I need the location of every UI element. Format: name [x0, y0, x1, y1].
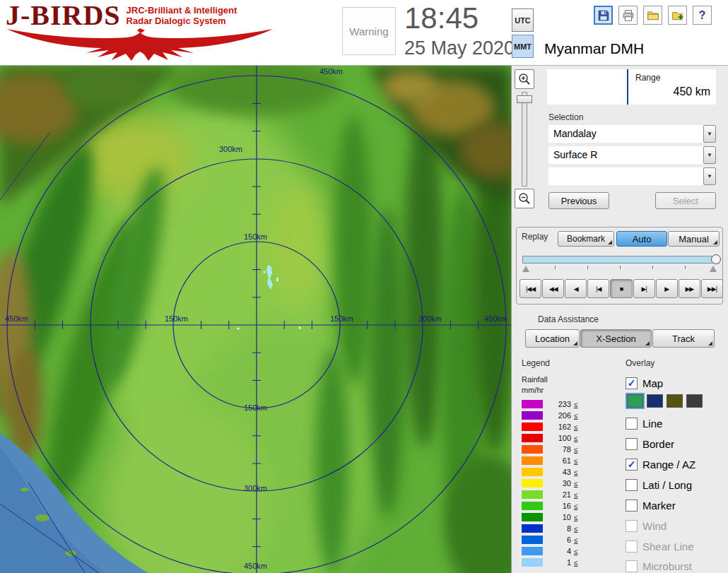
product-dropdown-value: Surface R: [548, 146, 703, 164]
legend-row: 78≤: [522, 444, 578, 455]
border-checkbox[interactable]: [626, 438, 638, 450]
range-label: 150km: [244, 403, 267, 412]
mmt-button[interactable]: MMT: [512, 35, 534, 58]
legend-row: 10≤: [522, 512, 578, 523]
track-button[interactable]: Track: [652, 329, 715, 348]
overlay-title: Overlay: [626, 358, 654, 368]
radar-map-canvas[interactable]: 450km 300km 150km 450km 150km 150km 300k…: [0, 66, 511, 573]
auto-button[interactable]: Auto: [616, 231, 667, 247]
step-back-button[interactable]: |◀: [587, 279, 609, 298]
overlay-item-marker[interactable]: Marker: [626, 498, 676, 512]
timezone-toggle: UTC MMT: [512, 8, 534, 61]
fast-rewind-button[interactable]: ◀◀: [542, 279, 564, 298]
legend-color-swatch: [522, 558, 543, 567]
line-checkbox[interactable]: [626, 418, 638, 430]
radar-map[interactable]: 450km 300km 150km 450km 150km 150km 300k…: [0, 66, 511, 573]
range-label: 450km: [5, 314, 28, 323]
clock-time: 18:45: [404, 1, 479, 35]
resize-corner-icon: [713, 240, 717, 244]
location-button[interactable]: Location: [525, 329, 580, 348]
export-button[interactable]: [668, 6, 687, 25]
folder-plus-icon: [671, 9, 684, 22]
site-dropdown[interactable]: Mandalay ▼: [548, 125, 716, 143]
timeline-tick: [620, 266, 621, 269]
overlay-item-range-az[interactable]: ✓ Range / AZ: [626, 457, 695, 471]
legend-row: 206≤: [522, 410, 578, 421]
replay-title: Replay: [522, 232, 548, 242]
chevron-down-icon[interactable]: ▼: [703, 167, 716, 185]
overlay-item-map[interactable]: ✓ Map: [626, 376, 663, 390]
bookmark-button[interactable]: Bookmark: [558, 231, 614, 247]
overlay-item-shear-line: Shear Line: [626, 539, 694, 553]
resize-corner-icon: [573, 341, 577, 345]
manual-button[interactable]: Manual: [668, 231, 720, 247]
map-color-option[interactable]: [686, 394, 703, 408]
legend-row: 8≤: [522, 523, 578, 534]
zoom-in-button[interactable]: [515, 69, 534, 89]
chevron-down-icon[interactable]: ▼: [703, 146, 716, 164]
legend-row: 6≤: [522, 534, 578, 545]
range-az-checkbox[interactable]: ✓: [626, 459, 638, 471]
overlay-item-lati-long[interactable]: Lati / Long: [626, 478, 692, 492]
zoom-slider[interactable]: [522, 92, 527, 187]
range-label-text: Range: [635, 73, 710, 83]
lati-long-checkbox[interactable]: [626, 479, 638, 491]
printer-icon: [622, 9, 635, 22]
play-backward-button[interactable]: ◀: [565, 279, 587, 298]
step-forward-button[interactable]: ▶|: [633, 279, 655, 298]
fast-forward-button[interactable]: ▶▶: [679, 279, 700, 298]
replay-timeline-slider[interactable]: [522, 256, 720, 264]
timeline-tick: [652, 266, 653, 269]
control-panel: Range 450 km Selection Mandalay ▼ Surfac…: [511, 66, 728, 573]
stop-button[interactable]: ■: [610, 279, 632, 298]
wind-checkbox: [626, 520, 638, 532]
site-dropdown-value: Mandalay: [548, 125, 703, 143]
shear-line-checkbox: [626, 540, 638, 553]
zoom-out-button[interactable]: [515, 189, 534, 208]
extra-dropdown[interactable]: ▼: [548, 167, 716, 185]
timeline-start-marker-icon[interactable]: [522, 266, 529, 272]
overlay-item-line[interactable]: Line: [626, 416, 662, 430]
previous-button[interactable]: Previous: [548, 192, 609, 209]
legend-color-swatch: [522, 536, 543, 544]
open-folder-button[interactable]: [643, 6, 662, 25]
range-label: 300km: [244, 484, 267, 492]
legend-color-swatch: [522, 411, 543, 420]
play-button[interactable]: ▶: [656, 279, 678, 298]
legend-row: 162≤: [522, 421, 578, 432]
range-display-empty: [547, 69, 628, 105]
map-checkbox[interactable]: ✓: [626, 377, 638, 389]
marker-checkbox[interactable]: [626, 500, 638, 512]
timeline-tick: [587, 266, 588, 269]
map-color-option[interactable]: [667, 394, 683, 408]
microburst-checkbox: [626, 560, 638, 572]
range-value: 450 km: [635, 85, 710, 98]
utc-button[interactable]: UTC: [512, 8, 534, 32]
print-button[interactable]: [618, 6, 638, 25]
playback-controls: |◀◀ ◀◀ ◀ |◀ ■ ▶| ▶ ▶▶ ▶▶|: [519, 279, 723, 298]
legend-row: 16≤: [522, 500, 578, 512]
skip-to-start-button[interactable]: |◀◀: [519, 279, 541, 298]
replay-group: Replay Bookmark Auto Manual |◀◀ ◀◀ ◀ |◀ …: [516, 227, 723, 305]
select-button[interactable]: Select: [655, 192, 716, 209]
zoom-slider-thumb[interactable]: [517, 95, 532, 103]
map-color-options: [627, 394, 703, 408]
help-button[interactable]: ?: [693, 6, 712, 25]
map-color-option[interactable]: [627, 394, 643, 408]
map-color-option[interactable]: [647, 394, 663, 408]
product-dropdown[interactable]: Surface R ▼: [548, 146, 716, 164]
save-button[interactable]: [594, 6, 613, 25]
replay-slider-thumb[interactable]: [711, 254, 721, 264]
legend-color-swatch: [522, 456, 543, 465]
extra-dropdown-value: [548, 167, 703, 185]
question-mark-icon: ?: [699, 9, 706, 22]
skip-to-end-button[interactable]: ▶▶|: [701, 279, 723, 298]
legend-row: 1≤: [522, 557, 578, 568]
overlay-item-wind: Wind: [626, 519, 667, 533]
overlay-item-border[interactable]: Border: [626, 437, 674, 451]
legend-color-swatch: [522, 524, 543, 533]
x-section-button[interactable]: X-Section: [580, 329, 652, 348]
timeline-position-marker-icon[interactable]: [710, 266, 717, 272]
logo: J-BIRDS JRC-Brilliant & Intelligent Rada…: [6, 1, 288, 61]
chevron-down-icon[interactable]: ▼: [703, 125, 716, 143]
